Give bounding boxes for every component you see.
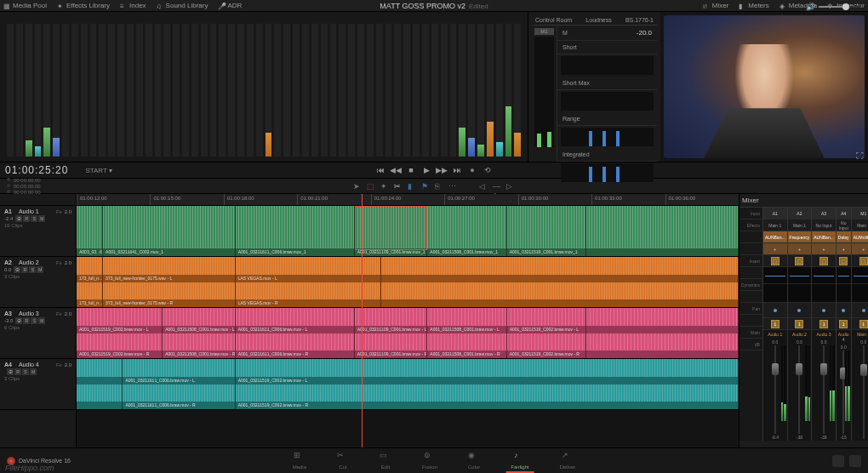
audio-clip[interactable]: A003_03...6.mov_1 (77, 206, 103, 256)
loudness-standard[interactable]: BS.1770-1 (625, 17, 654, 23)
pan-control[interactable] (812, 303, 836, 318)
audio-clip[interactable]: A001_03211519_C001.braw.mov_1 (507, 206, 586, 256)
ruler-tick[interactable]: 01:00:30:00 (518, 194, 591, 205)
pan-control[interactable] (788, 303, 812, 318)
master-timecode[interactable]: 01:00:25:20 (5, 164, 68, 176)
audio-clip[interactable]: A001_03211519_C002.braw.mov - R (507, 333, 586, 359)
main-assign[interactable]: 1 (859, 320, 868, 328)
dynamics-graph[interactable] (812, 284, 836, 303)
sound-library-tab[interactable]: ♫Sound Library (157, 2, 208, 9)
audio-clip[interactable] (586, 333, 739, 359)
meters-tab[interactable]: ▮Meters (739, 2, 768, 9)
fader[interactable]: Audio 4 0.0 -15 (837, 330, 851, 441)
page-fusion[interactable]: ⊚Fusion (417, 449, 443, 473)
zoom-slider[interactable]: —●— (493, 182, 501, 191)
track-btn-R[interactable]: R (21, 266, 28, 273)
audio-clip[interactable]: A001_03211519_C002.braw.mov - L (507, 308, 586, 333)
prev-button[interactable]: ⏮ (376, 166, 385, 174)
start-marker[interactable]: START ▾ (85, 167, 112, 174)
page-media[interactable]: ⊞Media (288, 449, 311, 473)
link-toggle[interactable]: ⎘ (435, 182, 443, 191)
audio-clip[interactable]: A001_03211611_C006.braw.mov - L (236, 308, 355, 333)
track-btn-R[interactable]: R (23, 317, 30, 324)
audio-clip[interactable]: 373_full_new-frontier_0175.wav - R (103, 282, 236, 308)
time-ruler[interactable]: 01:00:12:0001:00:15:0001:00:18:0001:00:2… (77, 194, 739, 206)
track-btn-S[interactable]: S (22, 368, 29, 375)
ruler-tick[interactable]: 01:00:27:00 (444, 194, 517, 205)
track-a3[interactable]: A001_03211519_C002.braw.mov - LA001_0321… (77, 308, 739, 359)
project-manager-button[interactable] (849, 455, 861, 467)
page-edit[interactable]: ▭Edit (374, 449, 397, 473)
insert-slot[interactable]: ⬚ (771, 257, 779, 265)
ruler-tick[interactable]: 01:00:21:00 (297, 194, 370, 205)
audio-clip[interactable]: A001_03211109_C001.braw.mov - R (355, 333, 428, 359)
monitor-volume[interactable]: 🔊 (806, 3, 861, 11)
fader[interactable]: Audio 1 0.0 -9.4 (763, 330, 787, 441)
index-tab[interactable]: ≡Index (120, 2, 146, 9)
eq-curve[interactable] (763, 267, 787, 284)
video-preview[interactable] (664, 15, 865, 158)
audio-clip[interactable]: 173_full_n... (77, 257, 103, 282)
audio-clip[interactable]: A001_03211508_C001.braw.mov - L (427, 308, 506, 333)
eq-curve[interactable] (837, 267, 851, 284)
dynamics-graph[interactable] (763, 284, 787, 303)
track-btn-S[interactable]: S (31, 317, 37, 324)
page-fairlight[interactable]: ♪Fairlight (505, 449, 534, 473)
ruler-tick[interactable]: 01:00:18:00 (224, 194, 297, 205)
track-header-a2[interactable]: A2Audio 2Fx2.0 0.0⦿RSM 3 Clips (0, 257, 76, 308)
audio-clip[interactable]: A001_03211508_C001.braw.mov - R (163, 333, 236, 359)
eq-curve[interactable] (812, 267, 836, 284)
mixer-strip-a2[interactable]: A2 Main 1 Frequency + ⬚ 1 Audio 2 0.0 -3… (788, 208, 813, 441)
mixer-strip-a4[interactable]: A4 No Input Delay + ⬚ 1 Audio 4 0.0 -15 (837, 208, 852, 441)
audio-clip[interactable]: A001_03211109_C001.braw.mov - L (355, 308, 428, 333)
mixer-tab[interactable]: ⎚Mixer (703, 2, 729, 9)
main-assign[interactable]: 1 (795, 320, 803, 328)
track-header-a4[interactable]: A4Audio 4Fx2.0 ⦿RSM 3 Clips (0, 359, 76, 410)
audio-clip[interactable]: 373_full_new-frontier_0175.wav - L (103, 257, 236, 282)
playhead[interactable] (362, 194, 363, 447)
track-btn-⦿[interactable]: ⦿ (14, 266, 20, 273)
track-btn-M[interactable]: M (38, 215, 45, 222)
dynamics-graph[interactable] (852, 284, 868, 303)
audio-clip[interactable]: LAS VEGAS.mov - L (236, 257, 381, 282)
track-btn-R[interactable]: R (23, 215, 30, 222)
ruler-tick[interactable]: 01:00:36:00 (665, 194, 739, 205)
zoom-out[interactable]: ◁ (479, 182, 488, 191)
audio-clip[interactable]: A001_03211508_C001.braw.mov - R (427, 333, 506, 359)
track-a2[interactable]: 173_full_n...373_full_new-frontier_0175.… (77, 257, 739, 308)
mixer-strip-a3[interactable]: A3 No Input AUNBan... + ⬚ 1 Audio 3 0.0 … (812, 208, 837, 441)
track-header-a3[interactable]: A3Audio 3Fx2.0 -3.0⦿RSM 6 Clips (0, 308, 76, 359)
audio-clip[interactable] (77, 359, 123, 385)
track-btn-M[interactable]: M (37, 266, 43, 273)
insert-slot[interactable]: ⬚ (859, 257, 868, 265)
audio-clip[interactable]: A001_03211508_C001.braw.mov_1 (427, 206, 506, 256)
fader[interactable]: Audio 2 0.0 -38 (788, 330, 812, 441)
insert-slot[interactable]: ⬚ (839, 257, 848, 265)
track-btn-M[interactable]: M (38, 317, 45, 324)
eq-curve[interactable] (788, 267, 812, 284)
marker-tool[interactable]: ✦ (380, 182, 389, 191)
effects-library-tab[interactable]: ✦Effects Library (57, 2, 110, 9)
audio-clip[interactable]: A001_03211519_C002.braw.mov - L (77, 308, 163, 333)
fader[interactable]: Main 1 0.0 (852, 330, 868, 441)
track-btn-S[interactable]: S (31, 215, 37, 222)
expand-icon[interactable]: ⛶ (856, 151, 865, 160)
track-btn-R[interactable]: R (14, 368, 21, 375)
razor-tool[interactable]: ✂ (394, 182, 403, 191)
next-button[interactable]: ⏭ (453, 166, 461, 174)
track-btn-M[interactable]: M (30, 368, 37, 375)
mixer-strip-m1[interactable]: M1 Main 1 AUMultR... + ⬚ 1 Main 1 0.0 (852, 208, 868, 441)
audio-clip[interactable]: A001_03211611_C006.braw.mov - L (123, 359, 235, 385)
snap-toggle[interactable]: ▮ (408, 182, 416, 191)
track-a4[interactable]: A001_03211611_C006.braw.mov - LA001_0321… (77, 359, 739, 410)
fader[interactable]: Audio 3 0.0 -39 (812, 330, 836, 441)
audio-clip[interactable]: A001_03211519_C002.braw.mov - R (236, 385, 739, 410)
record-button[interactable]: ● (468, 166, 477, 174)
insert-slot[interactable]: ⬚ (795, 257, 803, 265)
pan-control[interactable] (852, 303, 868, 318)
zoom-in[interactable]: ▷ (506, 182, 515, 191)
play-button[interactable]: ▶ (422, 166, 431, 174)
audio-clip[interactable]: 173_full_n... (77, 282, 103, 308)
track-header-a1[interactable]: A1Audio 1Fx2.0 -2.4⦿RSM 16 Clips (0, 206, 76, 257)
main-assign[interactable]: 1 (839, 320, 848, 328)
